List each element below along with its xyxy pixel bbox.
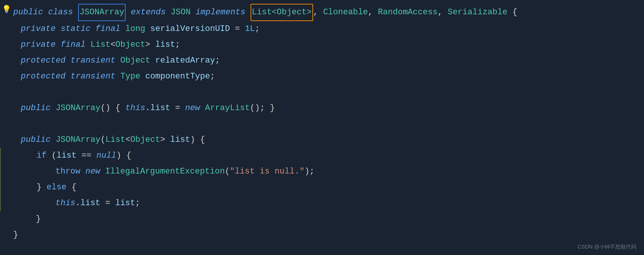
code-line-13: this . list = list ;	[0, 195, 644, 211]
class-name-highlight: JSONArray	[78, 4, 126, 21]
param-type-list: List	[105, 132, 125, 148]
keyword-implements: implements	[195, 5, 245, 20]
param-type-object: Object	[130, 132, 160, 148]
code-line-10: if ( list == null ) {	[0, 148, 644, 164]
code-line-1: public class JSONArray extends JSON impl…	[0, 4, 644, 21]
type-list: List	[91, 37, 111, 53]
var-serialversionuid: serialVersionUID	[150, 21, 230, 37]
code-line-5: protected transient Type componentType ;	[0, 69, 644, 84]
type-object: Object	[115, 37, 145, 53]
code-line-12: } else {	[0, 180, 644, 195]
watermark: CSDN @小钟不想敲代码	[578, 244, 636, 250]
param-list: list	[170, 132, 190, 148]
interface-highlight: List<Object>	[251, 4, 313, 21]
string-list-null: "list is null."	[230, 164, 304, 180]
code-line-11: throw new IllegalArgumentException ( "li…	[0, 164, 644, 180]
class-exception: IllegalArgumentException	[105, 164, 225, 180]
keyword-extends: extends	[131, 5, 166, 20]
code-line-9: public JSONArray ( List < Object > list …	[0, 132, 644, 148]
this-list: list	[150, 100, 170, 116]
code-line-2: private static final long serialVersionU…	[0, 21, 644, 37]
assign-list: list	[80, 195, 100, 211]
keyword-class: class	[48, 5, 73, 20]
type-type: Type	[120, 69, 140, 84]
code-line-7: public JSONArray () { this . list = new …	[0, 100, 644, 116]
interface-cloneable: Cloneable	[323, 5, 368, 20]
constructor-list: JSONArray	[55, 132, 100, 148]
empty-line-2	[0, 116, 644, 132]
cond-list: list	[57, 148, 77, 164]
code-editor: 💡 public class JSONArray extends JSON im…	[0, 0, 644, 255]
empty-line-1	[0, 84, 644, 100]
rhs-list: list	[115, 195, 135, 211]
interface-randomaccess: RandomAccess	[378, 5, 438, 20]
var-list: list	[155, 37, 175, 53]
code-line-3: private final List < Object > list ;	[0, 37, 644, 53]
constructor-empty: JSONArray	[55, 100, 100, 116]
interface-serializable: Serializable	[447, 5, 507, 20]
class-arraylist: ArrayList	[205, 100, 250, 116]
code-line-4: protected transient Object relatedArray …	[0, 53, 644, 69]
var-relatedarray: relatedArray	[155, 53, 215, 69]
value-1l: 1L	[245, 21, 255, 37]
keyword-public: public	[13, 5, 43, 20]
type-object2: Object	[120, 53, 150, 69]
code-line-15: }	[0, 227, 644, 243]
type-long: long	[125, 21, 145, 37]
class-json: JSON	[171, 5, 191, 20]
code-line-14: }	[0, 211, 644, 227]
var-componenttype: componentType	[145, 69, 210, 84]
